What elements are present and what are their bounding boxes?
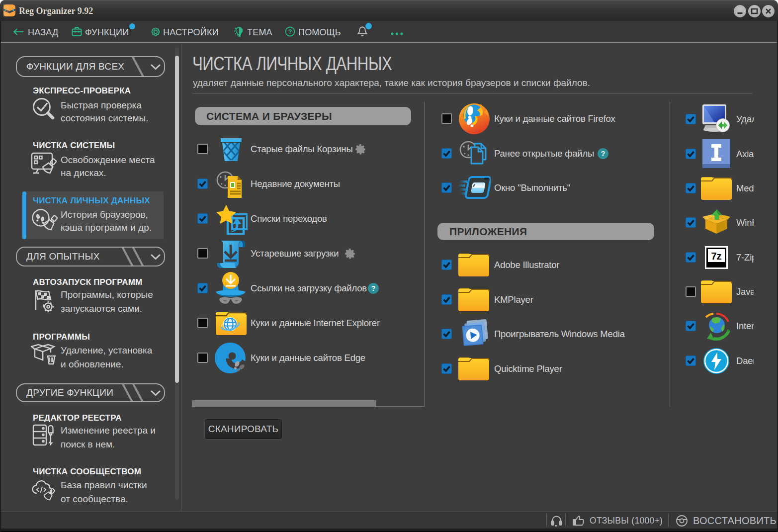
- svg-text:7z: 7z: [711, 251, 721, 262]
- svg-text:?: ?: [288, 28, 292, 35]
